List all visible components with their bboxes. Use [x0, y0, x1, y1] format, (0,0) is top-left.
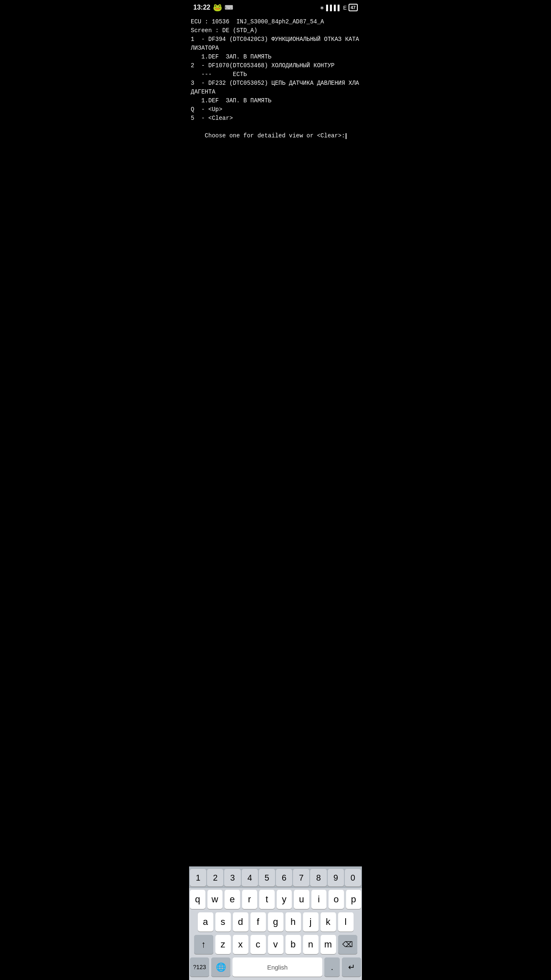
terminal-screen[interactable]: ECU : 10536 INJ_S3000_84ph2_AD87_54_A Sc…: [189, 15, 362, 866]
key-9[interactable]: 9: [328, 869, 344, 886]
key-p[interactable]: p: [346, 890, 361, 909]
key-x[interactable]: x: [233, 935, 248, 954]
status-right: ∗ ▌▌▌▌ E 47: [320, 4, 358, 11]
terminal-line-4: 2 - DF1070(DTC053468) ХОЛОДИЛЬНЫЙ КОНТУР: [191, 61, 360, 70]
key-n[interactable]: n: [303, 935, 318, 954]
terminal-line-7: 1.DEF ЗАП. В ПАМЯТЬ: [191, 96, 360, 105]
symbol-key[interactable]: ?123: [190, 957, 209, 977]
key-j[interactable]: j: [303, 912, 318, 932]
globe-key[interactable]: 🌐: [211, 957, 230, 977]
key-8[interactable]: 8: [310, 869, 326, 886]
key-q[interactable]: q: [190, 890, 205, 909]
shift-key[interactable]: ↑: [194, 935, 213, 954]
keyboard-icon: ⌨: [225, 4, 233, 11]
key-4[interactable]: 4: [242, 869, 258, 886]
key-e[interactable]: e: [225, 890, 240, 909]
number-row: 1 2 3 4 5 6 7 8 9 0: [189, 866, 362, 888]
keyboard: 1 2 3 4 5 6 7 8 9 0 q w e r t y u i o p …: [189, 866, 362, 980]
status-bar: 13:22 🐸 ⌨ ∗ ▌▌▌▌ E 47: [189, 0, 362, 15]
terminal-line-6: 3 - DF232 (DTC053052) ЦЕПЬ ДАТЧИКА ДАВЛЕ…: [191, 79, 360, 96]
key-i[interactable]: i: [311, 890, 327, 909]
backspace-key[interactable]: ⌫: [338, 935, 357, 954]
key-l[interactable]: l: [338, 912, 354, 932]
space-key[interactable]: English: [233, 957, 322, 977]
network-type: E: [343, 5, 347, 11]
terminal-line-1: Screen : DE (STD_A): [191, 26, 360, 35]
signal-icon: ▌▌▌▌: [326, 5, 341, 11]
key-a[interactable]: a: [198, 912, 213, 932]
key-7[interactable]: 7: [293, 869, 309, 886]
terminal-line-3: 1.DEF ЗАП. В ПАМЯТЬ: [191, 53, 360, 61]
key-f[interactable]: f: [250, 912, 266, 932]
terminal-line-0: ECU : 10536 INJ_S3000_84ph2_AD87_54_A: [191, 18, 360, 26]
terminal-line-9: 5 - <Clear>: [191, 114, 360, 123]
key-c[interactable]: c: [250, 935, 266, 954]
key-m[interactable]: m: [321, 935, 336, 954]
bottom-row: ?123 🌐 English . ↵: [189, 956, 362, 980]
key-w[interactable]: w: [207, 890, 223, 909]
key-5[interactable]: 5: [259, 869, 275, 886]
terminal-line-5: --- ЕСТЬ: [191, 70, 360, 79]
key-h[interactable]: h: [286, 912, 301, 932]
bluetooth-icon: ∗: [320, 5, 324, 11]
key-6[interactable]: 6: [276, 869, 292, 886]
key-b[interactable]: b: [286, 935, 301, 954]
key-row-1: q w e r t y u i o p: [189, 888, 362, 911]
terminal-cursor: [346, 133, 346, 139]
key-v[interactable]: v: [268, 935, 283, 954]
key-z[interactable]: z: [215, 935, 231, 954]
key-0[interactable]: 0: [345, 869, 361, 886]
key-1[interactable]: 1: [190, 869, 206, 886]
key-o[interactable]: o: [329, 890, 344, 909]
status-left: 13:22 🐸 ⌨: [193, 3, 233, 12]
battery-indicator: 47: [349, 4, 358, 11]
key-d[interactable]: d: [233, 912, 248, 932]
key-row-3: ↑ z x c v b n m ⌫: [189, 933, 362, 956]
key-r[interactable]: r: [242, 890, 258, 909]
terminal-line-2: 1 - DF394 (DTC0420C3) ФУНКЦИОНАЛЬНЫЙ ОТК…: [191, 35, 360, 53]
period-key[interactable]: .: [324, 957, 340, 977]
key-row-2: a s d f g h j k l: [189, 911, 362, 933]
terminal-line-8: Q - <Up>: [191, 105, 360, 114]
terminal-line-10: Choose one for detailed view or <Clear>:: [191, 123, 360, 149]
key-t[interactable]: t: [259, 890, 275, 909]
key-3[interactable]: 3: [224, 869, 240, 886]
key-s[interactable]: s: [215, 912, 231, 932]
return-key[interactable]: ↵: [342, 957, 361, 977]
key-g[interactable]: g: [268, 912, 283, 932]
frog-icon: 🐸: [213, 3, 222, 12]
key-k[interactable]: k: [321, 912, 336, 932]
key-u[interactable]: u: [294, 890, 309, 909]
key-2[interactable]: 2: [207, 869, 223, 886]
key-y[interactable]: y: [277, 890, 292, 909]
time-display: 13:22: [193, 4, 210, 11]
